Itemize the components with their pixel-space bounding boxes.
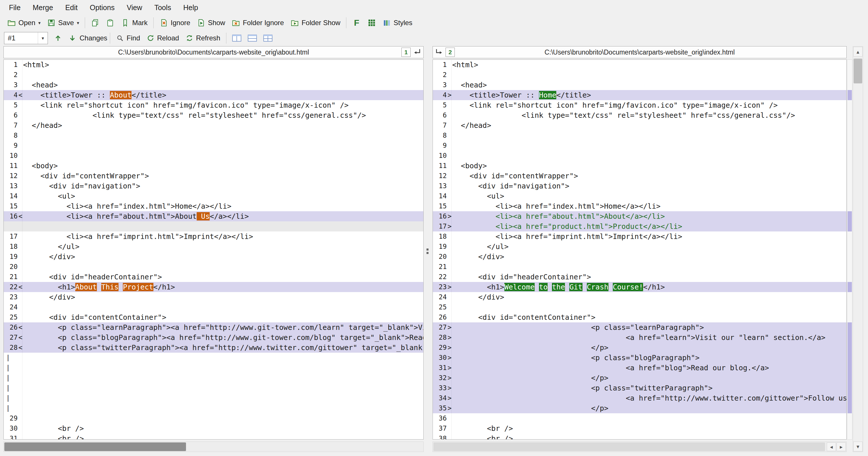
- filler-row[interactable]: |: [4, 393, 423, 403]
- code-line[interactable]: 28> <a href="learn">Visit our "learn" se…: [433, 333, 846, 343]
- mark-button[interactable]: Mark: [118, 16, 151, 29]
- previous-change-button[interactable]: [51, 31, 65, 45]
- refresh-button[interactable]: Refresh: [182, 31, 223, 45]
- code-line[interactable]: 30> <p class="blogParagraph">: [433, 353, 846, 363]
- copy-button[interactable]: [88, 16, 103, 29]
- code-line[interactable]: 6 <link type="text/css" rel="stylesheet"…: [433, 110, 846, 120]
- code-line[interactable]: 30 <br />: [4, 423, 423, 433]
- filler-row[interactable]: |: [4, 373, 423, 383]
- code-line[interactable]: 21 <div id="headerContainer">: [4, 272, 423, 282]
- code-line[interactable]: 17> <li><a href="product.html">Product</…: [433, 221, 846, 231]
- code-line[interactable]: 22< <h1>About This Project</h1>: [4, 282, 423, 292]
- menu-help[interactable]: Help: [177, 0, 204, 15]
- code-line[interactable]: 21: [433, 262, 846, 272]
- code-line[interactable]: 17 <li><a href="imprint.html">Imprint</a…: [4, 231, 423, 241]
- menu-file[interactable]: File: [3, 0, 27, 15]
- code-line[interactable]: 22 <div id="headerContainer">: [433, 272, 846, 282]
- change-selector-dropdown-icon[interactable]: ▾: [38, 32, 48, 44]
- scroll-down-button[interactable]: ▾: [853, 441, 863, 451]
- code-line[interactable]: 24: [4, 302, 423, 312]
- menu-edit[interactable]: Edit: [59, 0, 84, 15]
- code-line[interactable]: 35> </p>: [433, 403, 846, 413]
- code-line[interactable]: 9: [433, 141, 846, 151]
- code-line[interactable]: 19 </ul>: [433, 241, 846, 252]
- left-horizontal-scrollbar-thumb[interactable]: [4, 443, 186, 451]
- code-line[interactable]: 5 <link rel="shortcut icon" href="img/fa…: [433, 100, 846, 110]
- code-line[interactable]: 15 <li><a href="index.html">Home</a></li…: [4, 201, 423, 211]
- code-line[interactable]: 4< <title>Tower :: About</title>: [4, 90, 423, 100]
- font-button[interactable]: F: [349, 16, 364, 29]
- pane-1-badge[interactable]: 1: [401, 48, 411, 57]
- code-line[interactable]: 27< <p class="blogParagraph"><a href="ht…: [4, 333, 423, 343]
- merge-into-left-icon[interactable]: [412, 48, 422, 57]
- code-line[interactable]: 25: [433, 302, 846, 312]
- ignore-button[interactable]: Ignore: [156, 16, 193, 29]
- show-button[interactable]: Show: [193, 16, 228, 29]
- scroll-left-button[interactable]: ◂: [827, 443, 836, 451]
- code-line[interactable]: 5 <link rel="shortcut icon" href="img/fa…: [4, 100, 423, 110]
- filler-row[interactable]: [4, 221, 423, 231]
- filler-row[interactable]: |: [4, 353, 423, 363]
- vertical-scrollbar-thumb[interactable]: [854, 59, 862, 83]
- code-line[interactable]: 28< <p class="twitterParagraph"><a href=…: [4, 343, 423, 353]
- code-line[interactable]: 10: [4, 151, 423, 161]
- open-button[interactable]: Open ▾: [4, 16, 44, 29]
- overview-change-mark[interactable]: [847, 90, 852, 100]
- code-line[interactable]: 9: [4, 141, 423, 151]
- code-line[interactable]: 23> <h1>Welcome to the Git Crash Course!…: [433, 282, 846, 292]
- code-line[interactable]: 31 <br />: [4, 433, 423, 439]
- code-line[interactable]: 11 <body>: [433, 161, 846, 171]
- folder-ignore-button[interactable]: Folder Ignore: [228, 16, 287, 29]
- code-line[interactable]: 14 <ul>: [433, 191, 846, 201]
- filler-row[interactable]: |: [4, 403, 423, 413]
- code-line[interactable]: 7 </head>: [433, 120, 846, 131]
- next-change-button[interactable]: [65, 31, 80, 45]
- menu-options[interactable]: Options: [84, 0, 121, 15]
- code-line[interactable]: 26 <div id="contentContainer">: [433, 312, 846, 322]
- code-line[interactable]: 8: [433, 131, 846, 141]
- code-line[interactable]: 1<html>: [4, 60, 423, 70]
- grid-view-button[interactable]: [364, 16, 379, 29]
- merge-into-right-icon[interactable]: [435, 48, 444, 57]
- change-selector[interactable]: #1 ▾: [4, 32, 48, 44]
- menu-view[interactable]: View: [121, 0, 148, 15]
- right-horizontal-scrollbar-thumb[interactable]: [433, 443, 825, 451]
- code-line[interactable]: 27> <p class="learnParagraph">: [433, 322, 846, 333]
- code-line[interactable]: 6 <link type="text/css" rel="stylesheet"…: [4, 110, 423, 120]
- pane-splitter[interactable]: [424, 59, 433, 439]
- change-overview-strip[interactable]: [847, 59, 852, 439]
- overview-change-mark[interactable]: [847, 211, 852, 231]
- reload-button[interactable]: Reload: [143, 31, 182, 45]
- code-line[interactable]: 33> <p class="twitterParagraph">: [433, 383, 846, 393]
- splitter-handle[interactable]: [427, 249, 429, 254]
- overview-change-mark[interactable]: [847, 282, 852, 292]
- code-line[interactable]: 13 <div id="navigation">: [4, 181, 423, 191]
- code-line[interactable]: 7 </head>: [4, 120, 423, 131]
- code-line[interactable]: 1<html>: [433, 60, 846, 70]
- scroll-up-button[interactable]: ▴: [853, 47, 863, 57]
- filler-row[interactable]: |: [4, 383, 423, 393]
- code-line[interactable]: 4> <title>Tower :: Home</title>: [433, 90, 846, 100]
- menu-merge[interactable]: Merge: [27, 0, 59, 15]
- code-line[interactable]: 18 <li><a href="imprint.html">Imprint</a…: [433, 231, 846, 241]
- code-line[interactable]: 14 <ul>: [4, 191, 423, 201]
- code-line[interactable]: 8: [4, 131, 423, 141]
- code-line[interactable]: 31> <a href="blog">Read our blog.</a>: [433, 363, 846, 373]
- left-horizontal-scrollbar[interactable]: [3, 441, 424, 452]
- code-line[interactable]: 36: [433, 413, 846, 423]
- right-horizontal-scrollbar[interactable]: ◂ ▸: [433, 441, 847, 452]
- filler-row[interactable]: |: [4, 363, 423, 373]
- code-line[interactable]: 3 <head>: [4, 80, 423, 90]
- layout-grid-button[interactable]: [260, 31, 276, 45]
- code-line[interactable]: 37 <br />: [433, 423, 846, 433]
- code-line[interactable]: 13 <div id="navigation">: [433, 181, 846, 191]
- menu-tools[interactable]: Tools: [148, 0, 177, 15]
- styles-button[interactable]: Styles: [379, 16, 415, 29]
- vertical-scrollbar[interactable]: ▴ ▾: [853, 46, 863, 452]
- find-button[interactable]: Find: [113, 31, 143, 45]
- overview-change-mark[interactable]: [847, 322, 852, 413]
- code-line[interactable]: 12 <div id="contentWrapper">: [433, 171, 846, 181]
- code-line[interactable]: 26< <p class="learnParagraph"><a href="h…: [4, 322, 423, 333]
- code-line[interactable]: 18 </ul>: [4, 241, 423, 252]
- right-code-pane[interactable]: 1<html>23 <head>4> <title>Tower :: Home<…: [433, 59, 847, 439]
